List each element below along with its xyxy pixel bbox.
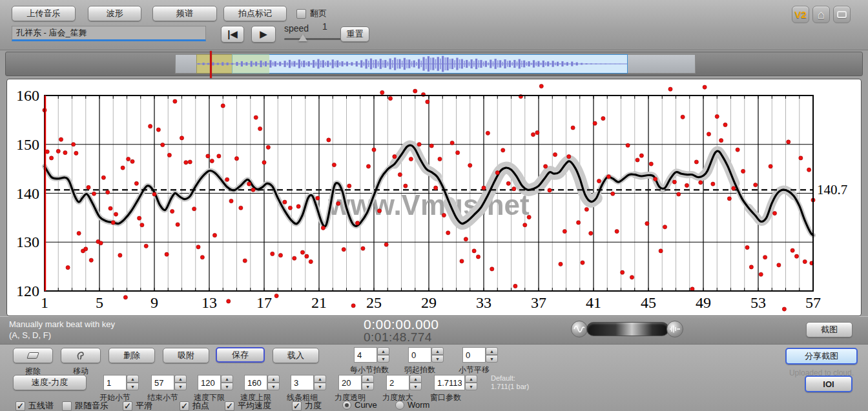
play-button[interactable]: ▶ [251,26,276,43]
smooth-label: 平滑 [136,400,152,411]
line-width-input[interactable] [291,375,314,390]
spin-down-button[interactable]: ▼ [431,355,444,363]
spin-up-button[interactable]: ▲ [431,347,444,355]
waveform-view-button[interactable]: 波形 [88,6,141,21]
svg-text:17: 17 [256,294,272,311]
tempo-max-input[interactable] [244,375,267,390]
tempo-chart-panel: www.Vmus.net1601501401301201591317212529… [6,79,862,316]
spin-down-button[interactable]: ▼ [174,383,187,390]
waveform-overview-bar[interactable] [5,52,863,76]
top-toolbar: 上传音乐 波形 频谱 拍点标记 翻页 |◀ ▶ speed 1 重置 V2 ⌂ [0,0,868,50]
radio-curve[interactable]: Curve [342,400,377,410]
spin-up-button[interactable]: ▲ [362,375,374,383]
spin-up-button[interactable]: ▲ [314,375,326,383]
hand-icon [76,350,86,361]
max-volume-icon[interactable] [666,321,683,337]
eraser-icon [26,352,39,359]
upload-music-button[interactable]: 上传音乐 [12,6,76,21]
beat-marks-button[interactable]: 拍点标记 [223,6,287,21]
end-bar-input[interactable] [151,375,174,390]
svg-text:29: 29 [421,294,437,311]
dynamics-checkbox[interactable]: ✓ [292,401,302,411]
save-button[interactable]: 保存 [216,347,265,363]
speed-slider-thumb[interactable] [298,34,307,41]
spin-up-button[interactable]: ▲ [377,347,389,355]
svg-text:41: 41 [586,294,601,311]
ioi-button[interactable]: IOI [805,376,852,392]
reset-button[interactable]: 重置 [340,26,369,42]
volume-slider[interactable] [586,322,669,336]
beats-per-bar-input[interactable] [354,347,377,363]
tempo-dynamics-mode-button[interactable]: 速度-力度 [13,375,87,390]
follow-music-checkbox[interactable] [62,401,72,411]
spin-up-button[interactable]: ▲ [127,375,139,383]
flip-page-checkbox-box[interactable] [296,9,306,19]
anacrusis-input[interactable] [408,347,431,363]
erase-tool-button[interactable] [13,348,53,363]
option-staff[interactable]: ✓ 五线谱 [16,400,54,411]
tempo-min-input[interactable] [198,375,221,390]
window-param-input[interactable] [434,375,465,390]
load-button[interactable]: 载入 [273,348,319,363]
spin-down-button[interactable]: ▼ [377,355,389,363]
screenshot-button[interactable]: 截图 [806,322,852,337]
mute-icon[interactable] [571,321,588,337]
overview-playhead[interactable] [210,51,212,78]
option-follow-music[interactable]: 跟随音乐 [62,400,108,411]
svg-text:25: 25 [366,294,382,311]
v2-version-badge[interactable]: V2 [792,6,809,23]
smooth-checkbox[interactable]: ✓ [123,401,132,411]
spin-down-button[interactable]: ▼ [409,383,422,390]
beats-checkbox[interactable]: ✓ [180,401,189,411]
spin-down-button[interactable]: ▼ [486,355,498,363]
radio-worm[interactable]: Worm [395,400,429,410]
dynamics-opacity-input[interactable] [338,375,362,390]
track-title-input[interactable] [12,26,206,41]
option-beats[interactable]: ✓ 拍点 [180,400,209,411]
snap-button[interactable]: 吸附 [163,348,209,363]
option-dynamics[interactable]: ✓ 力度 [292,400,322,411]
speed-slider[interactable] [284,36,344,43]
spin-up-button[interactable]: ▲ [465,375,477,383]
spin-up-button[interactable]: ▲ [486,347,498,355]
worm-radio[interactable] [395,401,404,410]
curve-radio[interactable] [342,401,351,410]
average-tempo-checkbox[interactable]: ✓ [225,401,234,411]
speed-slider-track[interactable] [284,38,344,40]
spectrum-view-button[interactable]: 频谱 [152,6,217,21]
spin-down-button[interactable]: ▼ [362,383,374,390]
start-bar-input[interactable] [103,375,127,390]
option-average-tempo[interactable]: ✓ 平均速度 [225,400,271,411]
svg-text:21: 21 [311,294,327,311]
staff-checkbox[interactable]: ✓ [16,401,25,411]
svg-text:57: 57 [805,294,821,311]
speed-value: 1 [315,21,335,32]
dynamics-gain-input[interactable] [386,375,409,390]
rewind-button[interactable]: |◀ [221,26,244,43]
share-screenshot-button[interactable]: 分享截图 [785,348,858,365]
bar-shift-input[interactable] [462,347,486,363]
spin-up-button[interactable]: ▲ [174,375,187,383]
svg-text:37: 37 [531,294,546,311]
move-tool-button[interactable] [61,348,101,363]
flip-page-checkbox[interactable]: 翻页 [296,8,327,19]
spin-down-button[interactable]: ▼ [221,383,233,390]
spin-down-button[interactable]: ▼ [267,383,280,390]
spin-up-button[interactable]: ▲ [221,375,233,383]
svg-text:120: 120 [16,283,39,299]
home-icon[interactable]: ⌂ [812,6,830,23]
spin-down-button[interactable]: ▼ [465,383,477,390]
fullscreen-icon[interactable] [833,6,851,23]
svg-text:45: 45 [641,294,656,311]
delete-button[interactable]: 删除 [108,348,155,363]
average-tempo-label: 平均速度 [238,400,271,411]
tempo-chart[interactable]: www.Vmus.net1601501401301201591317212529… [7,79,862,317]
option-smooth[interactable]: ✓ 平滑 [123,400,152,411]
spin-up-button[interactable]: ▲ [409,375,422,383]
spin-down-button[interactable]: ▼ [127,383,139,390]
staff-label: 五线谱 [28,400,54,411]
spin-up-button[interactable]: ▲ [267,375,280,383]
beat-key-hint: Manually mark beat with key (A, S, D, F) [9,319,115,341]
overview-waveform [196,54,627,74]
spin-down-button[interactable]: ▼ [314,383,326,390]
